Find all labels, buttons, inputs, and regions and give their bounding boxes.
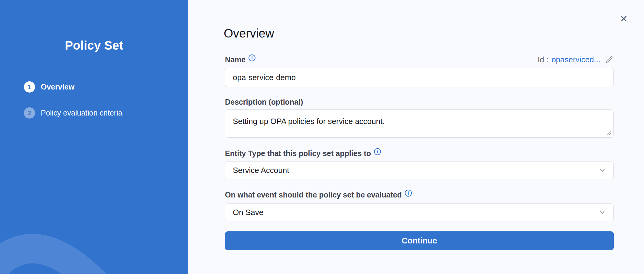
description-textarea[interactable]: Setting up OPA policies for service acco… [225, 109, 614, 138]
event-label-text: On what event should the policy set be e… [225, 191, 402, 199]
event-selected-value: On Save [233, 208, 263, 217]
id-prefix-text: Id : [538, 55, 548, 64]
wizard-title: Policy Set [0, 39, 188, 52]
event-select[interactable]: On Save [225, 203, 614, 221]
name-info-icon[interactable]: i [249, 54, 255, 61]
continue-button[interactable]: Continue [225, 231, 614, 250]
entity-type-info-icon[interactable]: i [374, 148, 381, 155]
resize-gripper[interactable] [606, 129, 612, 136]
close-icon: ✕ [620, 14, 628, 24]
edit-pencil-icon[interactable] [605, 55, 614, 64]
entity-type-label: Entity Type that this policy set applies… [225, 148, 614, 158]
name-label: Name i [225, 55, 255, 64]
step-1-label: Overview [41, 83, 74, 91]
description-label: Description (optional) [225, 97, 614, 107]
description-field-wrap: Setting up OPA policies for service acco… [225, 109, 614, 138]
step-1-badge: 1 [24, 81, 35, 93]
event-info-icon[interactable]: i [405, 190, 412, 197]
id-value-link[interactable]: opaserviced... [551, 55, 600, 64]
step-2-badge: 2 [24, 107, 35, 119]
entity-type-selected-value: Service Account [233, 166, 289, 175]
page-title: Overview [224, 27, 274, 40]
name-id-row: Name i Id : opaserviced... [225, 54, 614, 65]
step-policy-evaluation-criteria[interactable]: 2 Policy evaluation criteria [24, 107, 122, 119]
step-overview[interactable]: 1 Overview [24, 81, 122, 93]
name-label-text: Name [225, 55, 246, 64]
wizard-sidebar: Policy Set 1 Overview 2 Policy evaluatio… [0, 0, 188, 274]
wave-decoration [0, 183, 188, 274]
policy-set-dialog: Policy Set 1 Overview 2 Policy evaluatio… [0, 0, 644, 274]
name-input[interactable] [225, 68, 614, 87]
event-label: On what event should the policy set be e… [225, 190, 614, 200]
wizard-steps: 1 Overview 2 Policy evaluation criteria [24, 81, 122, 119]
description-label-text: Description (optional) [225, 98, 303, 106]
close-button[interactable]: ✕ [618, 13, 630, 25]
entity-type-label-text: Entity Type that this policy set applies… [225, 149, 371, 158]
entity-type-select[interactable]: Service Account [225, 161, 614, 179]
overview-panel: ✕ Overview Name i Id : opaserviced... De… [188, 0, 644, 274]
chevron-down-icon [598, 166, 607, 175]
chevron-down-icon [598, 208, 607, 217]
id-display: Id : opaserviced... [538, 55, 614, 64]
step-2-label: Policy evaluation criteria [41, 109, 122, 117]
